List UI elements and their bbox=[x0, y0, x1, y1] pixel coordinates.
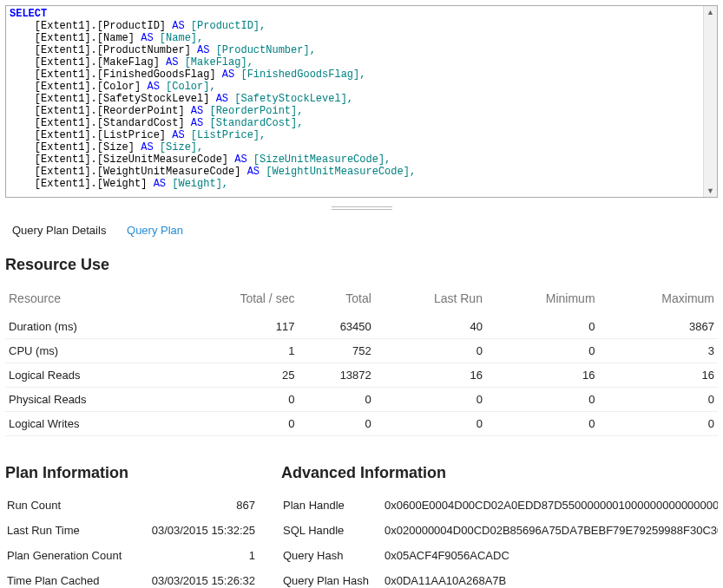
cell: 0 bbox=[298, 388, 374, 412]
cell: 0 bbox=[375, 412, 486, 436]
cell: 3 bbox=[599, 339, 718, 363]
resource-header-row: Resource Total / sec Total Last Run Mini… bbox=[5, 284, 718, 315]
col-minimum: Minimum bbox=[486, 284, 599, 315]
cell: 25 bbox=[174, 363, 298, 388]
col-maximum: Maximum bbox=[599, 284, 718, 315]
cell: 1 bbox=[174, 339, 298, 363]
advanced-information-heading: Advanced Information bbox=[281, 464, 718, 482]
cell: 16 bbox=[599, 363, 718, 388]
cell: 0 bbox=[375, 339, 486, 363]
table-row: Query Hash0x05ACF4F9056ACADC bbox=[281, 543, 718, 568]
cell: Duration (ms) bbox=[5, 315, 174, 339]
table-row: Run Count867 bbox=[5, 493, 257, 518]
table-row: Logical Writes00000 bbox=[5, 412, 718, 436]
cell: 0 bbox=[375, 388, 486, 412]
cell: 16 bbox=[486, 363, 599, 388]
scroll-up-icon[interactable]: ▲ bbox=[707, 8, 714, 16]
cell: 0 bbox=[599, 412, 718, 436]
key: Query Plan Hash bbox=[281, 568, 371, 588]
key: SQL Handle bbox=[281, 518, 371, 543]
cell: 0 bbox=[486, 339, 599, 363]
cell: 0 bbox=[174, 412, 298, 436]
value: 03/03/2015 15:32:25 bbox=[137, 518, 257, 543]
plan-information-heading: Plan Information bbox=[5, 464, 257, 482]
cell: 0 bbox=[486, 412, 599, 436]
key: Run Count bbox=[5, 493, 137, 518]
cell: 40 bbox=[375, 315, 486, 339]
tab-query-plan-details[interactable]: Query Plan Details bbox=[12, 224, 106, 237]
tab-query-plan[interactable]: Query Plan bbox=[127, 224, 183, 237]
cell: 63450 bbox=[298, 315, 374, 339]
resource-use-heading: Resource Use bbox=[5, 256, 718, 274]
splitter-handle[interactable] bbox=[332, 206, 392, 210]
cell: Logical Reads bbox=[5, 363, 174, 388]
key: Last Run Time bbox=[5, 518, 137, 543]
col-last-run: Last Run bbox=[375, 284, 486, 315]
cell: 0 bbox=[486, 388, 599, 412]
cell: CPU (ms) bbox=[5, 339, 174, 363]
scroll-down-icon[interactable]: ▼ bbox=[707, 186, 714, 195]
table-row: Last Run Time03/03/2015 15:32:25 bbox=[5, 518, 257, 543]
cell: Physical Reads bbox=[5, 388, 174, 412]
col-total-sec: Total / sec bbox=[174, 284, 298, 315]
table-row: CPU (ms)1752003 bbox=[5, 339, 718, 363]
value: 0x0600E0004D00CD02A0EDD87D55000000010000… bbox=[371, 493, 718, 518]
value: 03/03/2015 15:26:32 bbox=[137, 568, 257, 588]
value: 867 bbox=[137, 493, 257, 518]
value: 0x020000004D00CD02B85696A75DA7BEBF79E792… bbox=[371, 518, 718, 543]
value: 0x05ACF4F9056ACADC bbox=[371, 543, 718, 568]
cell: 0 bbox=[174, 388, 298, 412]
key: Plan Handle bbox=[281, 493, 371, 518]
value: 1 bbox=[137, 543, 257, 568]
col-total: Total bbox=[298, 284, 374, 315]
cell: 752 bbox=[298, 339, 374, 363]
key: Plan Generation Count bbox=[5, 543, 137, 568]
sql-editor-panel[interactable]: SELECT [Extent1].[ProductID] AS [Product… bbox=[5, 5, 718, 198]
key: Time Plan Cached bbox=[5, 568, 137, 588]
key: Query Hash bbox=[281, 543, 371, 568]
table-row: Logical Reads2513872161616 bbox=[5, 363, 718, 388]
resource-table: Resource Total / sec Total Last Run Mini… bbox=[5, 284, 718, 436]
cell: 16 bbox=[375, 363, 486, 388]
tabs: Query Plan Details Query Plan bbox=[5, 219, 718, 245]
table-row: SQL Handle0x020000004D00CD02B85696A75DA7… bbox=[281, 518, 718, 543]
table-row: Plan Generation Count1 bbox=[5, 543, 257, 568]
table-row: Physical Reads00000 bbox=[5, 388, 718, 412]
plan-info-table: Run Count867Last Run Time03/03/2015 15:3… bbox=[5, 493, 257, 588]
table-row: Plan Handle0x0600E0004D00CD02A0EDD87D550… bbox=[281, 493, 718, 518]
value: 0x0DA11AA10A268A7B bbox=[371, 568, 718, 588]
sql-text[interactable]: SELECT [Extent1].[ProductID] AS [Product… bbox=[6, 6, 717, 192]
cell: 13872 bbox=[298, 363, 374, 388]
cell: 0 bbox=[599, 388, 718, 412]
cell: Logical Writes bbox=[5, 412, 174, 436]
cell: 0 bbox=[486, 315, 599, 339]
col-resource: Resource bbox=[5, 284, 174, 315]
table-row: Time Plan Cached03/03/2015 15:26:32 bbox=[5, 568, 257, 588]
table-row: Duration (ms)117634504003867 bbox=[5, 315, 718, 339]
cell: 0 bbox=[298, 412, 374, 436]
cell: 117 bbox=[174, 315, 298, 339]
scrollbar-vertical[interactable]: ▲ ▼ bbox=[703, 6, 717, 197]
table-row: Query Plan Hash0x0DA11AA10A268A7B bbox=[281, 568, 718, 588]
advanced-info-table: Plan Handle0x0600E0004D00CD02A0EDD87D550… bbox=[281, 493, 718, 588]
cell: 3867 bbox=[599, 315, 718, 339]
